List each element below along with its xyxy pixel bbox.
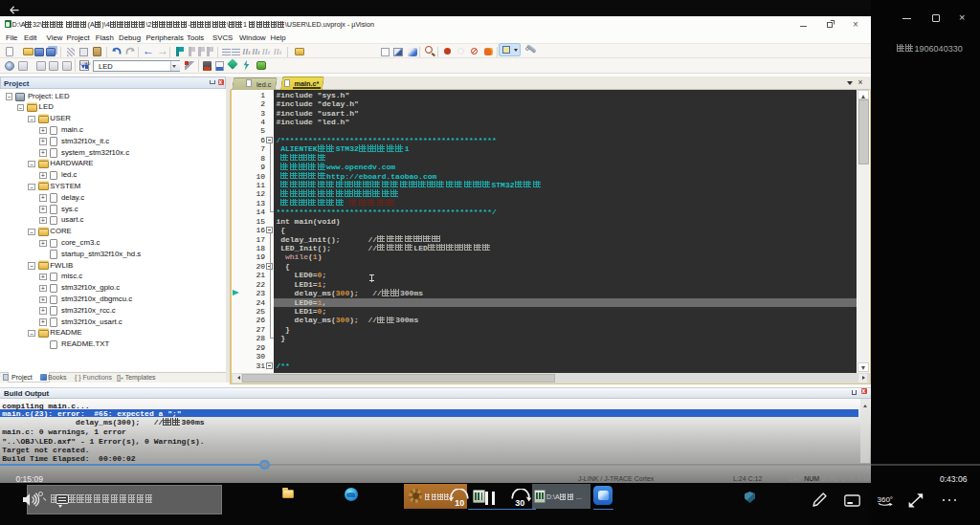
svg-text:30: 30 [515, 497, 524, 507]
svg-text:10: 10 [455, 497, 464, 507]
svg-text:360°: 360° [878, 495, 894, 504]
